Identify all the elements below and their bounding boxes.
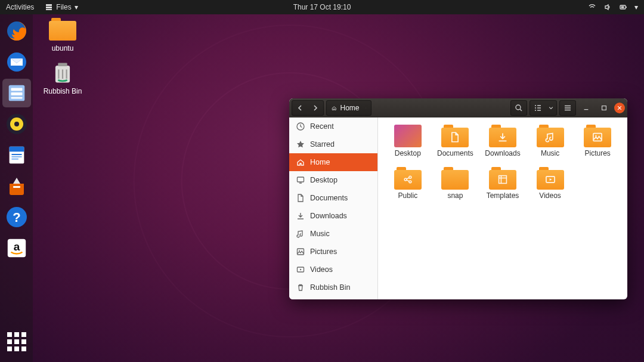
trash-icon — [296, 283, 305, 292]
folder-documents[interactable]: Documents — [432, 122, 479, 160]
app-menu-label: Files — [56, 3, 71, 11]
folder-label: Desktop — [395, 149, 421, 157]
desktop-icon-rubbish-bin[interactable]: Rubbish Bin — [42, 60, 83, 95]
folder-label: Videos — [539, 191, 561, 200]
dock-item-thunderbird[interactable] — [2, 48, 31, 76]
sidebar-item-desktop[interactable]: Desktop — [289, 171, 377, 189]
dock-item-software[interactable] — [2, 172, 31, 200]
desktop-icon-label: Rubbish Bin — [44, 87, 82, 95]
home-icon — [296, 158, 305, 166]
desktop-icon-label: ubuntu — [52, 44, 74, 52]
sidebar-item-recent[interactable]: Recent — [289, 117, 377, 135]
titlebar[interactable]: Home — [289, 98, 627, 117]
view-dropdown-button[interactable] — [546, 101, 556, 115]
svg-rect-22 — [11, 97, 22, 99]
folder-icon — [489, 167, 516, 190]
sidebar-item-trash[interactable]: Rubbish Bin — [289, 279, 377, 296]
picture-icon — [296, 247, 305, 256]
sidebar-item-downloads[interactable]: Downloads — [289, 207, 377, 225]
maximize-button[interactable] — [596, 101, 612, 115]
sidebar-item-label: Desktop — [310, 176, 338, 184]
svg-point-25 — [14, 122, 19, 126]
sidebar-item-label: Downloads — [310, 212, 347, 220]
folder-desktop[interactable]: Desktop — [384, 122, 432, 160]
search-button[interactable] — [511, 101, 527, 115]
hamburger-menu-button[interactable] — [560, 101, 575, 115]
dock-item-writer[interactable] — [2, 141, 31, 169]
folder-label: Templates — [487, 191, 519, 200]
sidebar-item-videos[interactable]: Videos — [289, 261, 377, 279]
view-list-button[interactable] — [530, 101, 546, 115]
sidebar-item-label: Documents — [310, 194, 348, 202]
sidebar-item-documents[interactable]: Documents — [289, 189, 377, 207]
dock-item-rhythmbox[interactable] — [2, 110, 31, 138]
close-button[interactable] — [614, 103, 625, 113]
chevron-down-icon[interactable]: ▾ — [634, 3, 638, 11]
minimize-button[interactable] — [578, 101, 594, 115]
desktop-icons: ubuntuRubbish Bin — [42, 17, 83, 95]
folder-videos[interactable]: Videos — [527, 165, 574, 202]
show-applications-button[interactable] — [2, 327, 31, 356]
trash-icon — [49, 59, 76, 85]
sidebar-item-label: Recent — [310, 122, 334, 131]
sidebar-item-music[interactable]: Music — [289, 225, 377, 243]
battery-icon[interactable] — [619, 3, 627, 11]
svg-rect-20 — [11, 88, 22, 91]
activities-button[interactable]: Activities — [6, 3, 34, 11]
folder-downloads[interactable]: Downloads — [479, 122, 527, 160]
nav-forward-button[interactable] — [308, 101, 323, 115]
files-window: Home RecentStarredHomeDesktopDocumentsDo… — [289, 98, 627, 299]
folder-icon — [441, 167, 469, 190]
folder-label: Pictures — [585, 149, 611, 157]
folder-content: DesktopDocumentsDownloadsMusicPicturesPu… — [378, 117, 627, 299]
video-icon — [296, 265, 305, 274]
download-icon — [296, 212, 305, 220]
folder-icon — [49, 18, 76, 41]
app-menu-button[interactable]: Files ▾ — [45, 3, 78, 11]
folder-music[interactable]: Music — [527, 122, 574, 160]
sidebar-item-starred[interactable]: Starred — [289, 135, 377, 153]
folder-pictures[interactable]: Pictures — [574, 122, 621, 160]
folder-label: Public — [398, 191, 417, 200]
dock-item-help[interactable]: ? — [2, 203, 31, 231]
folder-icon — [537, 125, 564, 147]
clock-button[interactable]: Thur 17 Oct 19:10 — [293, 3, 351, 11]
sidebar-item-label: Videos — [310, 265, 333, 274]
folder-icon — [537, 167, 564, 190]
svg-rect-37 — [58, 63, 67, 67]
folder-icon — [489, 125, 516, 147]
dock-item-firefox[interactable] — [2, 17, 31, 45]
clock-icon — [296, 122, 305, 131]
folder-snap[interactable]: snap — [432, 165, 479, 202]
wifi-icon[interactable] — [588, 3, 596, 11]
folder-templates[interactable]: Templates — [479, 165, 527, 202]
folder-label: Documents — [437, 149, 473, 157]
desktop-icon — [296, 176, 305, 184]
folder-icon — [584, 125, 611, 147]
sidebar-item-label: Rubbish Bin — [310, 283, 350, 292]
folder-icon — [394, 167, 422, 190]
svg-rect-21 — [11, 92, 22, 95]
volume-icon[interactable] — [603, 3, 612, 11]
dock-item-amazon[interactable]: a — [2, 234, 31, 262]
svg-text:a: a — [13, 240, 20, 253]
sidebar-item-label: Starred — [310, 140, 335, 148]
sidebar-item-home[interactable]: Home — [289, 153, 377, 171]
sidebar: RecentStarredHomeDesktopDocumentsDownloa… — [289, 117, 378, 299]
folder-public[interactable]: Public — [384, 165, 432, 202]
sidebar-item-pictures[interactable]: Pictures — [289, 243, 377, 261]
svg-text:?: ? — [13, 210, 20, 225]
folder-label: Downloads — [485, 149, 520, 157]
document-icon — [296, 194, 305, 202]
svg-rect-30 — [11, 159, 18, 160]
sidebar-item-label: Music — [310, 230, 330, 238]
nav-back-button[interactable] — [292, 101, 308, 115]
desktop-icon-ubuntu[interactable]: ubuntu — [42, 17, 83, 52]
chevron-down-icon: ▾ — [75, 3, 78, 11]
svg-rect-28 — [11, 154, 21, 155]
desktop-folder-icon — [394, 125, 422, 147]
dock: ?a — [0, 14, 33, 362]
svg-rect-29 — [11, 156, 21, 157]
dock-item-files[interactable] — [2, 79, 31, 107]
path-bar[interactable]: Home — [326, 100, 371, 116]
